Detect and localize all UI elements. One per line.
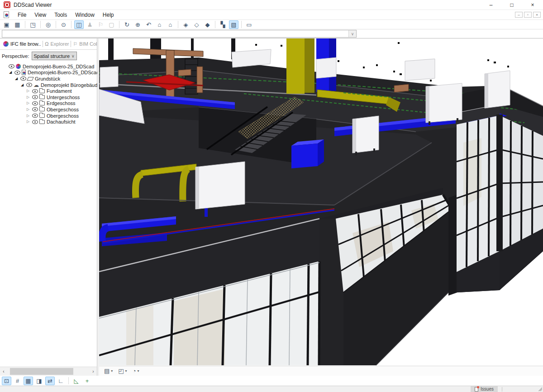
chevron-down-icon[interactable]: ∨ [348,30,356,37]
chevron-down-icon[interactable]: ▾ [137,369,139,373]
dimensions-button[interactable]: ▭ [244,20,254,29]
isolate-selected-button[interactable]: ◆ [203,20,212,29]
walk-mode-button[interactable]: ♟ [85,20,95,29]
menu-window[interactable]: Window [71,10,99,19]
snap-frame-button[interactable]: # [13,377,22,385]
tab-bim-collaboration[interactable]: ⚐BIM Collabo... [71,38,97,49]
menu-view[interactable]: View [30,10,50,19]
previous-view-icon: ↶ [146,22,151,28]
storey-up-button[interactable]: ⌂ [155,20,164,29]
sidebar-empty-area [0,125,97,367]
zoom-button[interactable]: ⊙ [59,20,68,29]
perspective-view-button[interactable]: ▧ [229,20,238,29]
tree-row[interactable]: ▷Obergeschoss [0,113,97,119]
expand-arrow[interactable]: ▷ [25,96,31,99]
multi-select-button[interactable]: ▦ [24,377,33,385]
scroll-thumb[interactable] [10,368,73,375]
maximize-button[interactable]: □ [501,0,522,10]
expand-arrow[interactable]: ▷ [25,89,31,93]
mdi-close-button[interactable]: × [533,12,541,18]
scroll-left-arrow[interactable]: ‹ [0,369,7,374]
view-3d-icon: ◫ [76,22,81,28]
coordinate-axes-button[interactable]: ∟ [56,377,66,385]
rotate-view-button[interactable]: ↻ [122,20,132,29]
main-content: IFC file brow..ΩExplorer⚐BIM Collabo... … [0,38,543,376]
tab-label: Explorer [50,41,69,47]
zoom-window-button[interactable]: ⊕ [133,20,143,29]
expand-arrow[interactable]: ▷ [25,108,31,111]
visibility-eye-icon[interactable] [32,114,38,118]
walk-through-button[interactable]: ◨ [34,377,44,385]
mdi-minimize-button[interactable]: – [515,12,523,18]
hide-selected-button[interactable]: ◇ [192,20,201,29]
vav-box-blue [291,139,324,168]
menu-file[interactable]: File [14,10,30,19]
zoom-select-button[interactable]: ⊡ [2,377,11,385]
tree-row[interactable]: ▷Obergeschoss [0,106,97,113]
close-document-button[interactable]: ◳ [28,20,38,29]
visibility-eye-icon[interactable] [32,95,38,99]
visibility-eye-icon[interactable] [14,71,20,75]
expand-arrow[interactable]: ▷ [25,114,31,118]
tab-ifc-file-browser[interactable]: IFC file brow.. [1,38,43,49]
visibility-eye-icon[interactable] [32,101,38,105]
menu-help[interactable]: Help [99,10,118,19]
toolbar-separator [215,21,215,28]
scroll-track[interactable] [7,367,90,376]
layer-list-button[interactable]: ▤▾ [103,368,114,374]
measure-button[interactable]: ◺ [71,377,81,385]
minimize-button[interactable]: – [481,0,501,10]
tree-row[interactable]: ◢Demoprojekt-Buero-25_DDScad [0,70,97,76]
hide-selected-icon: ◇ [195,22,199,28]
expand-arrow[interactable]: ▷ [25,120,31,124]
view-3d-button[interactable]: ◫ [74,20,84,29]
expand-arrow[interactable]: ▷ [25,101,31,105]
expand-arrow[interactable]: ◢ [19,83,25,87]
tree-row[interactable]: ▷Dachaufsicht [0,119,97,125]
toolbar-separator [68,377,69,384]
expand-arrow[interactable]: ◢ [14,77,19,81]
move-elements-button[interactable]: ⇄ [45,377,55,385]
model-options-button[interactable]: ◰▾ [117,368,128,374]
mdi-restore-button[interactable]: ▫ [524,12,532,18]
visibility-options-button[interactable]: ◔▾ [131,368,141,374]
snap-point-button[interactable]: + [82,377,92,385]
save-button[interactable]: ▦ [13,20,22,29]
storey-down-button[interactable]: ⌂ [166,20,175,29]
tree-row[interactable]: Demoprojekt-Buero-25_DDScad [0,63,97,70]
perspective-dropdown[interactable]: Spatial structure ∨ [32,52,77,60]
tab-explorer[interactable]: ΩExplorer [43,38,71,49]
expand-arrow[interactable]: ◢ [8,71,13,74]
menu-tools[interactable]: Tools [50,10,71,19]
close-button[interactable]: × [522,0,543,10]
viewport-toolbar: ▤▾◰▾◔▾ [99,366,543,376]
visibility-eye-icon[interactable] [32,107,38,111]
scroll-right-arrow[interactable]: › [90,369,97,374]
tile-views-button[interactable]: ▚ [218,20,228,29]
fly-mode-button[interactable]: ⚐ [96,20,105,29]
visibility-eye-icon[interactable] [32,89,38,93]
open-file-button[interactable]: ▣ [2,20,11,29]
tree-row[interactable]: ▷Fundament [0,88,97,94]
select-elements-button[interactable]: ▢ [107,20,116,29]
show-all-button[interactable]: ◈ [181,20,191,29]
zoom-extents-icon: ◎ [46,22,51,28]
tree-row[interactable]: ◢Grundstück [0,76,97,82]
visibility-eye-icon[interactable] [20,76,26,81]
chevron-down-icon[interactable]: ▾ [111,369,113,373]
visibility-eye-icon[interactable] [26,83,32,87]
tree-row[interactable]: ◢☁Demoprojekt Bürogebäude [0,82,97,88]
issues-button[interactable]: Issues [471,386,498,392]
horizontal-scrollbar[interactable]: ‹ › [0,367,97,376]
dimensions-icon: ▭ [246,22,252,28]
visibility-eye-icon[interactable] [9,64,14,68]
resize-grip[interactable] [538,387,542,391]
tree-row[interactable]: ▷Untergeschoss [0,94,97,100]
previous-view-button[interactable]: ↶ [144,20,153,29]
tree-row[interactable]: ▷Erdgeschoss [0,100,97,107]
chevron-down-icon[interactable]: ▾ [125,369,127,373]
visibility-eye-icon[interactable] [32,120,38,124]
3d-viewport[interactable] [99,38,543,366]
zoom-extents-button[interactable]: ◎ [43,20,53,29]
file-combo[interactable]: ∨ [2,30,357,38]
